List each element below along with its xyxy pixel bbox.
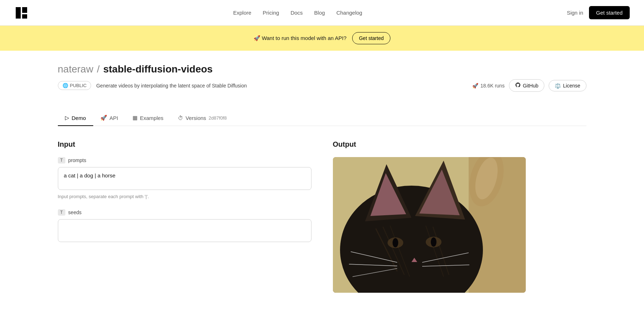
license-icon: ⚖️ [555,83,561,89]
model-name: stable-diffusion-videos [103,64,213,75]
tab-api-label: API [110,115,118,121]
output-image [333,157,526,293]
seeds-field-group: T seeds [58,209,311,243]
page-title-section: nateraw / stable-diffusion-videos 🌐 PUBL… [58,51,586,100]
seeds-type-badge: T [58,209,65,216]
cat-horse-image [333,157,526,293]
content-grid: Input T prompts a cat | a dog | a horse … [58,126,586,307]
signin-link[interactable]: Sign in [567,10,583,16]
svg-point-25 [431,237,436,247]
globe-icon: 🌐 [63,83,68,88]
runs-count: 🚀 18.6K runs [472,83,505,89]
tab-examples[interactable]: ▦ Examples [125,110,171,126]
seeds-field-label: T seeds [58,209,311,216]
prompts-hint: Input prompts, separate each prompt with… [58,194,311,199]
tab-versions[interactable]: ⏱ Versions 2d87f0f8 [171,111,234,126]
banner-text: 🚀 Want to run this model with an API? [254,35,346,41]
nav-link-changelog[interactable]: Changelog [336,10,363,16]
tabs: ▷ Demo 🚀 API ▦ Examples ⏱ Versions 2d87f… [58,110,586,126]
prompts-input[interactable]: a cat | a dog | a horse [58,167,311,190]
version-hash: 2d87f0f8 [209,115,227,121]
runs-value: 18.6K runs [480,83,505,89]
output-title: Output [333,140,586,149]
nav-link-blog[interactable]: Blog [314,10,325,16]
banner-get-started-button[interactable]: Get started [352,32,390,44]
banner-emoji: 🚀 [254,35,260,41]
model-author[interactable]: nateraw [58,64,94,75]
clock-icon: ⏱ [178,115,183,121]
tab-demo[interactable]: ▷ Demo [58,110,93,126]
github-label: GitHub [523,83,539,89]
title-separator: / [97,64,100,75]
visibility-label: PUBLIC [70,83,87,88]
get-started-nav-button[interactable]: Get started [589,6,630,19]
api-banner: 🚀 Want to run this model with an API? Ge… [0,26,644,51]
seeds-field-name: seeds [68,210,81,215]
rocket-small-icon: 🚀 [472,83,478,89]
prompts-field-name: prompts [68,157,86,163]
tab-demo-label: Demo [72,115,86,121]
svg-rect-2 [22,14,27,19]
nav-link-docs[interactable]: Docs [290,10,303,16]
meta-right: 🚀 18.6K runs GitHub ⚖️ License [472,79,586,92]
model-description: Generate videos by interpolating the lat… [96,83,247,89]
logo[interactable] [14,6,29,20]
output-panel: Output [333,140,586,293]
prompts-type-badge: T [58,157,65,163]
api-rocket-icon: 🚀 [100,115,107,121]
github-icon [515,82,521,89]
github-button[interactable]: GitHub [509,79,545,92]
input-panel: Input T prompts a cat | a dog | a horse … [58,140,311,293]
input-title: Input [58,140,311,149]
visibility-badge: 🌐 PUBLIC [58,81,91,90]
banner-message: Want to run this model with an API? [262,35,346,41]
seeds-input[interactable] [58,219,311,242]
logo-icon [14,6,29,20]
nav-links: Explore Pricing Docs Blog Changelog [233,10,363,16]
tab-api[interactable]: 🚀 API [93,110,125,126]
svg-rect-1 [22,7,27,13]
nav-actions: Sign in Get started [567,6,630,19]
svg-point-23 [393,238,398,247]
meta-row: 🌐 PUBLIC Generate videos by interpolatin… [58,75,586,92]
prompts-field-group: T prompts a cat | a dog | a horse Input … [58,157,311,199]
license-label: License [563,83,580,89]
nav-link-pricing[interactable]: Pricing [263,10,279,16]
license-button[interactable]: ⚖️ License [549,80,586,91]
svg-rect-0 [16,7,21,19]
output-image-container [333,157,526,293]
prompts-field-label: T prompts [58,157,311,163]
page-title: nateraw / stable-diffusion-videos [58,64,586,75]
main-content: nateraw / stable-diffusion-videos 🌐 PUBL… [44,51,601,307]
tab-examples-label: Examples [140,115,164,121]
grid-icon: ▦ [133,115,138,121]
navbar: Explore Pricing Docs Blog Changelog Sign… [0,0,644,26]
nav-link-explore[interactable]: Explore [233,10,251,16]
tab-versions-label: Versions [186,115,206,121]
play-icon: ▷ [65,115,69,121]
meta-left: 🌐 PUBLIC Generate videos by interpolatin… [58,81,247,90]
